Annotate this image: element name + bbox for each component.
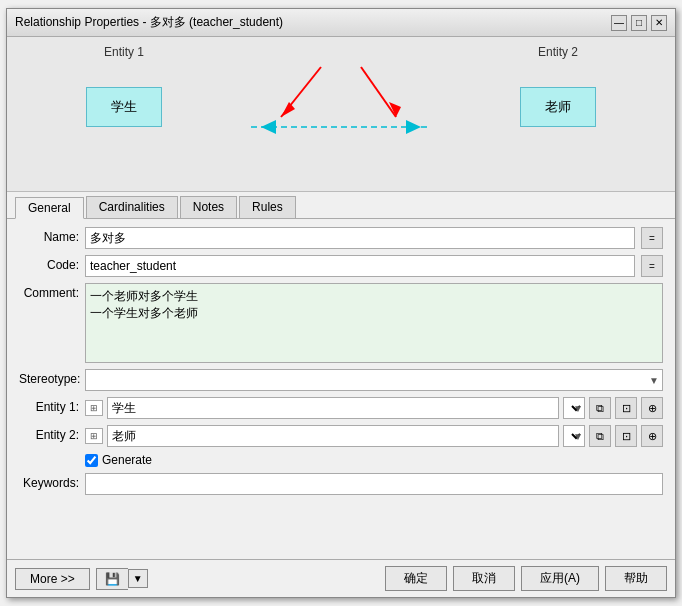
stereotype-label: Stereotype: <box>19 369 79 386</box>
svg-marker-2 <box>406 120 421 134</box>
apply-button[interactable]: 应用(A) <box>521 566 599 591</box>
comment-row: Comment: 一个老师对多个学生 一个学生对多个老师 <box>19 283 663 363</box>
save-button[interactable]: 💾 <box>96 568 128 590</box>
entity2-panel: Entity 2 老师 <box>441 37 675 191</box>
entity1-panel: Entity 1 学生 <box>7 37 241 191</box>
entity2-select[interactable] <box>563 425 585 447</box>
entity2-props-btn[interactable]: ⊕ <box>641 425 663 447</box>
title-bar: Relationship Properties - 多对多 (teacher_s… <box>7 9 675 37</box>
tab-notes[interactable]: Notes <box>180 196 237 218</box>
confirm-button[interactable]: 确定 <box>385 566 447 591</box>
comment-label: Comment: <box>19 283 79 300</box>
entity1-input-group: ⊞ ▼ ⧉ ⊡ ⊕ <box>85 397 663 419</box>
entity2-input-group: ⊞ ▼ ⧉ ⊡ ⊕ <box>85 425 663 447</box>
generate-checkbox[interactable] <box>85 454 98 467</box>
more-button[interactable]: More >> <box>15 568 90 590</box>
bottom-bar: More >> 💾 ▼ 确定 取消 应用(A) 帮助 <box>7 559 675 597</box>
keywords-row: Keywords: <box>19 473 663 495</box>
entity2-copy-btn[interactable]: ⧉ <box>589 425 611 447</box>
name-label: Name: <box>19 227 79 244</box>
generate-row: Generate <box>19 453 663 467</box>
entity2-header: Entity 2 <box>449 45 667 59</box>
entity1-label: Entity 1: <box>19 397 79 414</box>
entity1-link-btn[interactable]: ⊡ <box>615 397 637 419</box>
window-controls: — □ ✕ <box>611 15 667 31</box>
maximize-button[interactable]: □ <box>631 15 647 31</box>
diagram-area: Entity 1 学生 <box>7 37 675 192</box>
save-button-group: 💾 ▼ <box>96 568 148 590</box>
entity2-label: Entity 2: <box>19 425 79 442</box>
entity1-props-btn[interactable]: ⊕ <box>641 397 663 419</box>
stereotype-select[interactable] <box>85 369 663 391</box>
comment-textarea[interactable]: 一个老师对多个学生 一个学生对多个老师 <box>85 283 663 363</box>
entity2-box: 老师 <box>520 87 596 127</box>
minimize-button[interactable]: — <box>611 15 627 31</box>
code-input[interactable] <box>85 255 635 277</box>
help-button[interactable]: 帮助 <box>605 566 667 591</box>
form-area: Name: = Code: = Comment: 一个老师对多个学生 一个学生对… <box>7 219 675 559</box>
entity2-table-icon: ⊞ <box>85 428 103 444</box>
entity2-row: Entity 2: ⊞ ▼ ⧉ ⊡ ⊕ <box>19 425 663 447</box>
tab-general[interactable]: General <box>15 197 84 219</box>
entity1-header: Entity 1 <box>15 45 233 59</box>
tab-rules[interactable]: Rules <box>239 196 296 218</box>
window-content: Entity 1 学生 <box>7 37 675 597</box>
entity1-select[interactable] <box>563 397 585 419</box>
window-title: Relationship Properties - 多对多 (teacher_s… <box>15 14 283 31</box>
stereotype-select-wrapper: ▼ <box>85 369 663 391</box>
code-row: Code: = <box>19 255 663 277</box>
entity1-row: Entity 1: ⊞ ▼ ⧉ ⊡ ⊕ <box>19 397 663 419</box>
tabs-bar: General Cardinalities Notes Rules <box>7 192 675 219</box>
main-window: Relationship Properties - 多对多 (teacher_s… <box>6 8 676 598</box>
entity2-input[interactable] <box>107 425 559 447</box>
entity1-dropdown-wrapper: ▼ <box>563 397 585 419</box>
stereotype-row: Stereotype: ▼ <box>19 369 663 391</box>
keywords-input[interactable] <box>85 473 663 495</box>
tab-cardinalities[interactable]: Cardinalities <box>86 196 178 218</box>
name-row: Name: = <box>19 227 663 249</box>
entity1-copy-btn[interactable]: ⧉ <box>589 397 611 419</box>
keywords-label: Keywords: <box>19 473 79 490</box>
close-button[interactable]: ✕ <box>651 15 667 31</box>
cancel-button[interactable]: 取消 <box>453 566 515 591</box>
entity1-input[interactable] <box>107 397 559 419</box>
entity1-box: 学生 <box>86 87 162 127</box>
connector-svg <box>241 37 441 192</box>
name-input[interactable] <box>85 227 635 249</box>
entity1-table-icon: ⊞ <box>85 400 103 416</box>
entity2-dropdown-wrapper: ▼ <box>563 425 585 447</box>
generate-label: Generate <box>102 453 152 467</box>
save-dropdown-btn[interactable]: ▼ <box>128 569 148 588</box>
code-equals-btn[interactable]: = <box>641 255 663 277</box>
code-label: Code: <box>19 255 79 272</box>
svg-marker-1 <box>261 120 276 134</box>
name-equals-btn[interactable]: = <box>641 227 663 249</box>
entity2-link-btn[interactable]: ⊡ <box>615 425 637 447</box>
